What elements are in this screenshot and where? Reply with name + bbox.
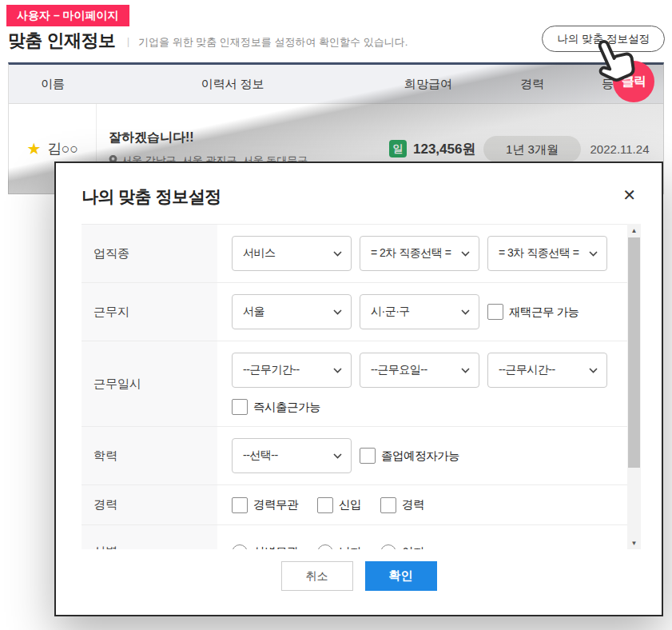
cell-career: 1년 3개월 bbox=[488, 136, 576, 162]
education-value: --선택-- bbox=[243, 449, 278, 463]
expected-graduate-checkbox[interactable]: 졸업예정자가능 bbox=[360, 448, 459, 464]
page: 사용자 – 마이페이지 맞춤 인재정보 | 기업을 위한 맞춤 인재정보를 설정… bbox=[0, 0, 672, 630]
scrollbar-thumb[interactable] bbox=[628, 237, 640, 468]
job-category2-select[interactable]: = 2차 직종선택 = bbox=[360, 236, 479, 271]
chevron-down-icon bbox=[589, 368, 598, 373]
region-select[interactable]: 서울 bbox=[232, 294, 352, 329]
radio-icon bbox=[380, 544, 396, 550]
gender-any-radio[interactable]: 성별무관 bbox=[232, 544, 298, 550]
gender-female-radio[interactable]: 여자 bbox=[380, 544, 424, 550]
form-row-job: 업직종 서비스 = 2차 직종선택 = = 3차 직종선택 = bbox=[82, 225, 627, 283]
work-hours-value: --근무시간-- bbox=[499, 363, 555, 377]
gender-label: 성별 bbox=[82, 525, 217, 549]
education-label: 학력 bbox=[82, 427, 217, 484]
column-header-resume: 이력서 정보 bbox=[97, 77, 368, 92]
modal-scroll-area: 업직종 서비스 = 2차 직종선택 = = 3차 직종선택 = bbox=[82, 224, 641, 549]
career-label: 경력 bbox=[82, 485, 217, 524]
star-icon[interactable]: ★ bbox=[26, 139, 41, 158]
form-row-schedule: 근무일시 --근무기간-- --근무요일-- bbox=[82, 341, 627, 427]
work-period-value: --근무기간-- bbox=[243, 363, 300, 377]
work-hours-select[interactable]: --근무시간-- bbox=[487, 353, 607, 388]
modal-header: 나의 맞춤 정보설정 ✕ bbox=[56, 163, 662, 208]
career-any-checkbox[interactable]: 경력무관 bbox=[232, 497, 298, 513]
confirm-button[interactable]: 확인 bbox=[365, 561, 437, 591]
job-category1-select[interactable]: 서비스 bbox=[232, 236, 352, 271]
cell-date: 2022.11.24 bbox=[576, 142, 663, 156]
job-category3-select[interactable]: = 3차 직종선택 = bbox=[487, 236, 607, 271]
chevron-down-icon bbox=[589, 251, 598, 257]
expected-graduate-label: 졸업예정자가능 bbox=[381, 449, 459, 464]
chevron-down-icon bbox=[333, 368, 342, 373]
title-divider: | bbox=[127, 35, 129, 47]
work-days-select[interactable]: --근무요일-- bbox=[360, 353, 479, 388]
job-category2-value: = 2차 직종선택 = bbox=[371, 246, 451, 261]
form-row-career: 경력 경력무관 신입 bbox=[82, 485, 627, 525]
gender-male-radio[interactable]: 남자 bbox=[317, 544, 361, 550]
modal-scrollbar[interactable]: ▲ ▼ bbox=[627, 224, 641, 549]
career-new-label: 신입 bbox=[339, 497, 361, 512]
job-category3-value: = 3차 직종선택 = bbox=[499, 246, 579, 261]
remote-work-label: 재택근무 가능 bbox=[509, 305, 579, 320]
pay-type-badge: 일 bbox=[389, 140, 407, 158]
checkbox-icon bbox=[317, 497, 333, 513]
checkbox-icon bbox=[380, 497, 396, 513]
location-label: 근무지 bbox=[82, 283, 217, 341]
column-header-career: 경력 bbox=[488, 77, 576, 92]
page-header: 맞춤 인재정보 | 기업을 위한 맞춤 인재정보를 설정하여 확인할수 있습니다… bbox=[8, 29, 408, 53]
form-row-education: 학력 --선택-- 졸업예정자가능 bbox=[82, 427, 627, 485]
career-any-label: 경력무관 bbox=[253, 497, 298, 512]
career-experienced-label: 경력 bbox=[402, 497, 424, 512]
career-new-checkbox[interactable]: 신입 bbox=[317, 497, 361, 513]
settings-form: 업직종 서비스 = 2차 직종선택 = = 3차 직종선택 = bbox=[82, 224, 627, 549]
job-category1-value: 서비스 bbox=[243, 246, 276, 261]
career-experienced-checkbox[interactable]: 경력 bbox=[380, 497, 424, 513]
education-select[interactable]: --선택-- bbox=[232, 438, 352, 473]
form-row-location: 근무지 서울 시·군·구 재택근무 가능 bbox=[82, 283, 627, 341]
work-days-value: --근무요일-- bbox=[371, 363, 427, 377]
remote-work-checkbox[interactable]: 재택근무 가능 bbox=[487, 304, 579, 320]
immediate-start-checkbox[interactable]: 즉시출근가능 bbox=[232, 399, 320, 415]
gender-any-label: 성별무관 bbox=[253, 544, 298, 549]
checkbox-icon bbox=[232, 497, 248, 513]
cell-pay: 일 123,456원 bbox=[368, 140, 488, 158]
breadcrumb: 사용자 – 마이페이지 bbox=[6, 5, 129, 26]
chevron-down-icon bbox=[461, 309, 470, 315]
region-value: 서울 bbox=[243, 305, 264, 319]
modal-footer: 취소 확인 bbox=[56, 561, 662, 591]
scroll-up-icon[interactable]: ▲ bbox=[627, 224, 641, 237]
immediate-start-label: 즉시출근가능 bbox=[253, 400, 320, 415]
district-select[interactable]: 시·군·구 bbox=[360, 294, 479, 329]
settings-modal: 나의 맞춤 정보설정 ✕ 업직종 서비스 = 2차 직종선택 = bbox=[54, 161, 663, 616]
chevron-down-icon bbox=[333, 309, 342, 315]
cancel-button[interactable]: 취소 bbox=[281, 561, 353, 591]
checkbox-icon bbox=[487, 304, 503, 320]
page-title: 맞춤 인재정보 bbox=[8, 29, 116, 53]
district-value: 시·군·구 bbox=[371, 305, 410, 319]
chevron-down-icon bbox=[333, 453, 342, 459]
resume-title[interactable]: 잘하겠습니다!! bbox=[109, 130, 368, 146]
radio-icon bbox=[317, 544, 333, 550]
scroll-down-icon[interactable]: ▼ bbox=[627, 536, 641, 549]
checkbox-icon bbox=[232, 399, 248, 415]
column-header-name: 이름 bbox=[9, 77, 97, 92]
chevron-down-icon bbox=[461, 251, 470, 257]
checkbox-icon bbox=[360, 448, 376, 464]
gender-male-label: 남자 bbox=[339, 544, 361, 549]
chevron-down-icon bbox=[333, 251, 342, 257]
page-description: 기업을 위한 맞춤 인재정보를 설정하여 확인할수 있습니다. bbox=[138, 33, 408, 50]
form-row-gender: 성별 성별무관 남자 bbox=[82, 525, 627, 549]
job-label: 업직종 bbox=[82, 225, 217, 282]
schedule-label: 근무일시 bbox=[82, 341, 217, 426]
column-header-pay: 희망급여 bbox=[368, 77, 488, 92]
gender-female-label: 여자 bbox=[402, 544, 424, 549]
pay-amount: 123,456원 bbox=[413, 140, 475, 158]
modal-title: 나의 맞춤 정보설정 bbox=[82, 185, 221, 208]
career-pill: 1년 3개월 bbox=[483, 136, 581, 162]
candidate-name: 김○○ bbox=[47, 139, 78, 158]
work-period-select[interactable]: --근무기간-- bbox=[232, 353, 352, 388]
chevron-down-icon bbox=[461, 368, 470, 373]
table-header-row: 이름 이력서 정보 희망급여 경력 등록일 bbox=[9, 65, 663, 104]
radio-icon bbox=[232, 544, 248, 550]
close-icon[interactable]: ✕ bbox=[621, 185, 638, 205]
